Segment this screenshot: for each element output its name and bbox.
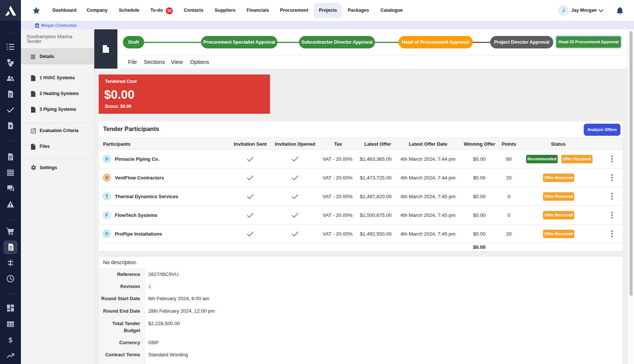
svg-text:$: $	[8, 336, 12, 344]
